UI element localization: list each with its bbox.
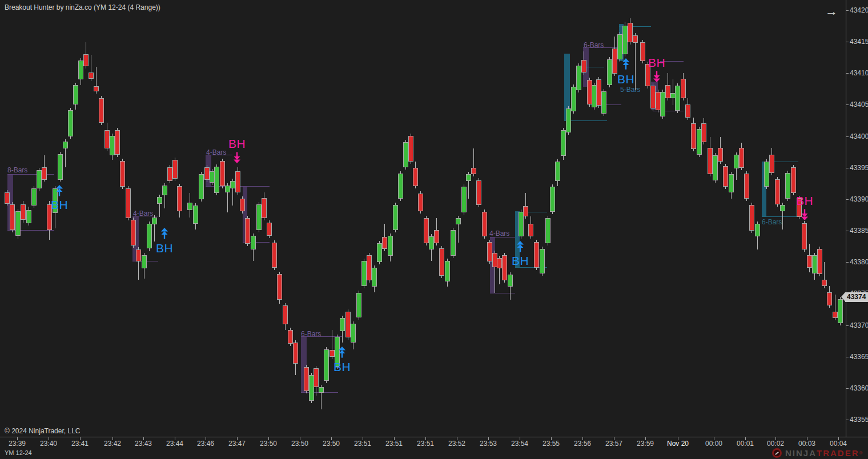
candle-up [566, 108, 571, 132]
candle-up [147, 224, 152, 248]
candle-down [502, 255, 507, 280]
candle-up [256, 204, 262, 230]
price-axis-tick [846, 42, 849, 42]
candle-up [729, 174, 734, 192]
time-axis-label: 23:46 [197, 440, 214, 448]
candle-down [272, 243, 277, 268]
candle-up [225, 186, 230, 192]
candle-down [665, 85, 670, 98]
go-to-latest-arrow-button[interactable]: → [823, 3, 840, 19]
bh-short-arrow-icon [233, 152, 241, 163]
candle-down [120, 161, 125, 187]
candle-down [827, 292, 832, 305]
candle-down [89, 73, 94, 79]
candle-up [26, 210, 31, 223]
candle-down [10, 204, 15, 230]
bh-signal-text: BH [333, 360, 351, 373]
price-axis-tick [846, 388, 849, 389]
candle-down [628, 23, 633, 42]
candle-up [251, 236, 256, 249]
bh-short-arrow-icon [653, 71, 661, 82]
bh-long-signal-label: BH [51, 198, 68, 212]
zone-bars-label: 4-Bars [133, 210, 153, 218]
time-axis-label: 23:50 [323, 440, 340, 448]
price-axis-label: 43385 [850, 227, 868, 235]
candle-up [351, 324, 356, 343]
breakout-zone-line [7, 174, 54, 175]
brand-registered-mark: ® [859, 450, 863, 456]
candle-up [780, 205, 785, 211]
time-axis-label: 23:51 [385, 440, 403, 448]
candle-down [105, 130, 110, 148]
candle-down [42, 167, 47, 180]
candle-up [157, 197, 162, 204]
candle-down [685, 104, 690, 118]
candle-up [607, 59, 612, 85]
candle-down [5, 192, 10, 204]
time-axis-label: 23:57 [605, 440, 622, 448]
candle-up [445, 261, 450, 281]
candle-down [220, 161, 225, 186]
candle-up [356, 293, 361, 317]
candle-up [199, 174, 204, 199]
bh-signal-text: BH [796, 194, 813, 207]
price-axis-label: 43405 [850, 100, 868, 108]
time-axis-label: 23:50 [291, 440, 308, 448]
candle-up [713, 155, 718, 180]
candle-up [675, 86, 680, 111]
candle-down [596, 79, 601, 106]
time-axis-label: 23:59 [637, 440, 654, 448]
candle-up [319, 387, 324, 393]
candle-up [576, 66, 581, 90]
candle-up [660, 92, 665, 116]
time-axis-label: 23:42 [104, 440, 121, 448]
candle-up [63, 142, 68, 148]
time-axis-label: 23:56 [574, 440, 591, 448]
candle-up [73, 85, 78, 104]
candle-down [749, 205, 754, 231]
breakout-zone-line [7, 230, 54, 231]
candle-up [324, 349, 329, 381]
time-axis-label: 00:01 [737, 440, 754, 448]
candle-down [345, 312, 351, 337]
bh-long-signal-label: BH [156, 241, 173, 255]
price-axis-label: 43400 [850, 132, 868, 140]
candle-up [372, 268, 377, 287]
chart-plot-area[interactable]: 8-Bars4-Bars4-Bars6-Bars4-Bars6-Bars5-Ba… [0, 0, 846, 437]
price-axis-label: 43415 [850, 38, 868, 46]
time-axis-label: 23:40 [40, 440, 57, 448]
candle-up [230, 181, 235, 188]
candle-up [555, 162, 560, 181]
candle-up [429, 236, 434, 249]
time-axis-label: 00:03 [798, 440, 815, 448]
bh-short-signal-label: BH [648, 56, 665, 70]
price-axis-tick [846, 168, 849, 168]
candle-down [650, 86, 656, 108]
candle-down [708, 148, 713, 174]
candle-down [304, 367, 309, 391]
zone-bars-label: 8-Bars [7, 166, 27, 174]
time-axis-label: Nov 20 [667, 440, 689, 448]
candle-up [812, 255, 817, 273]
price-axis-label: 43365 [850, 353, 868, 361]
time-axis-label: 23:53 [480, 440, 497, 448]
candle-up [508, 275, 513, 287]
time-axis-label: 00:00 [705, 440, 722, 448]
bh-signal-text: BH [617, 73, 634, 86]
candle-up [785, 173, 790, 199]
candle-down [131, 220, 136, 245]
price-axis-label: 43360 [850, 384, 868, 392]
brand-trader-text: TRADER [817, 448, 859, 458]
candle-down [115, 130, 120, 155]
candle-down [497, 258, 502, 268]
bh-signal-text: BH [512, 254, 529, 267]
candle-down [367, 255, 372, 280]
bh-signal-text: BH [51, 198, 68, 211]
candle-down [822, 280, 827, 286]
candle-down [204, 167, 210, 180]
price-axis-tick [846, 325, 849, 326]
candle-up [58, 154, 63, 180]
candle-up [15, 211, 21, 236]
price-axis-label: 43370 [850, 321, 868, 329]
candle-up [78, 61, 83, 79]
